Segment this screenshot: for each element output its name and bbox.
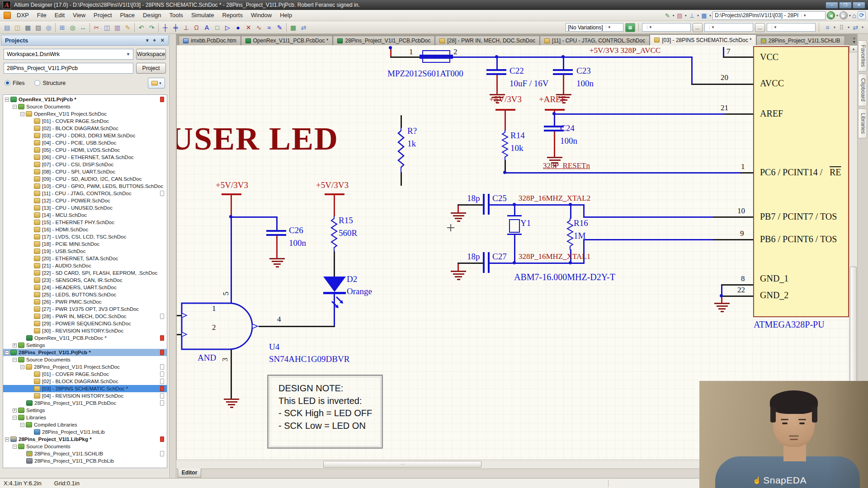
place-wire-icon[interactable]: ┼ xyxy=(160,23,170,33)
menu-place[interactable]: Place xyxy=(116,10,139,21)
ferrite-bead-body[interactable] xyxy=(422,50,450,63)
menu-help[interactable]: Help xyxy=(276,10,296,21)
menu-design[interactable]: Design xyxy=(139,10,165,21)
tree-item[interactable]: [23] - SENSORS, CAN, IR.SchDoc xyxy=(3,277,167,284)
browse-button-2[interactable]: ... xyxy=(755,23,765,32)
power-port-icon[interactable]: ⊥ xyxy=(181,23,191,33)
cycle-grid-icon[interactable]: ▦ xyxy=(288,23,298,33)
scope-combo-1[interactable]: ▼ xyxy=(642,23,691,32)
menu-project[interactable]: Project xyxy=(90,10,116,21)
workspace-button[interactable]: Workspace xyxy=(136,49,166,60)
tree-item[interactable]: −OpenRex_V1I1 Project.SchDoc xyxy=(3,110,167,117)
tree-item[interactable]: [04] - REVISION HISTORY.SchDoc xyxy=(3,392,167,399)
side-tab-favorites[interactable]: Favorites xyxy=(858,40,867,71)
menu-dxp[interactable]: DXP xyxy=(13,10,33,21)
collapse-icon[interactable]: − xyxy=(13,105,17,109)
tree-item[interactable]: [02] - BLOCK DIAGRAM.SchDoc xyxy=(3,378,167,385)
drawing-tools-icon[interactable]: ✎ xyxy=(274,23,285,33)
collapse-icon[interactable]: − xyxy=(20,112,24,116)
capacitor-symbol[interactable] xyxy=(483,252,490,273)
pin-icon[interactable]: ⌖ xyxy=(153,38,156,43)
redo-icon[interactable]: ↷ xyxy=(146,23,157,33)
tree-item[interactable]: [27] - PWR 1V375 OPT, 3V3 OPT.SchDoc xyxy=(3,305,167,313)
chevron-down-icon[interactable]: ▾ xyxy=(685,14,687,18)
editor-mode-tab[interactable]: Editor xyxy=(178,469,201,478)
doc-tab[interactable]: 28Pins_Project_V1I1.SCHLIB xyxy=(756,36,845,45)
horizontal-scrollbar-thumb[interactable]: ⋯ xyxy=(323,461,481,468)
tree-item[interactable]: −Compiled Libraries xyxy=(3,421,167,428)
align-icon[interactable]: ≡ xyxy=(822,23,833,33)
tree-item[interactable]: [16] - HDMI.SchDoc xyxy=(3,226,167,233)
sketch-mode-icon[interactable]: ✎ xyxy=(663,12,672,19)
tree-item[interactable]: +Settings xyxy=(3,342,167,349)
doc-tab[interactable]: [11] - CPU - JTAG, CONTROL.SchDoc xyxy=(540,36,650,45)
capacitor-symbol[interactable] xyxy=(266,230,286,238)
net-label-icon[interactable]: A xyxy=(202,23,212,33)
pcb-variant-icon[interactable]: ▦ xyxy=(625,23,635,32)
tree-item[interactable]: [13] - CPU - UNUSED.SchDoc xyxy=(3,204,167,211)
tree-item[interactable]: [03] - CPU - DDR3, DDR3 MEM.SchDoc xyxy=(3,132,167,139)
sheet-symbol-icon[interactable]: □ xyxy=(212,23,222,33)
undo-icon[interactable]: ↶ xyxy=(136,23,146,33)
tree-item[interactable]: [11] - CPU - JTAG, CONTROL.SchDoc xyxy=(3,190,167,197)
place-port-icon[interactable]: ▷ xyxy=(222,23,233,33)
tree-item[interactable]: −OpenRex_V1I1.PrjPcb * xyxy=(3,96,167,103)
place-part-icon[interactable]: Ω xyxy=(191,23,202,33)
expand-icon[interactable]: + xyxy=(13,343,17,347)
capacitor-symbol[interactable] xyxy=(486,69,506,77)
minimize-button[interactable]: – xyxy=(826,2,838,9)
tree-item[interactable]: 28Pins_Project_V1I1_PCB.PcbLib xyxy=(3,457,167,465)
menu-view[interactable]: View xyxy=(69,10,90,21)
refresh-icon[interactable]: ⟳ xyxy=(858,11,866,19)
tree-item[interactable]: [08] - CPU - SPI, UART.SchDoc xyxy=(3,168,167,175)
rubber-stamp-icon[interactable]: ✎ xyxy=(123,23,133,33)
structure-radio[interactable]: Structure xyxy=(34,80,75,86)
cross-probe-icon[interactable]: ⇄ xyxy=(298,23,309,33)
auto-wire-icon[interactable]: ≈ xyxy=(264,23,274,33)
tree-item[interactable]: [07] - CPU - CSI, DISP.SchDoc xyxy=(3,161,167,168)
tree-item[interactable]: −28Pins_Project_V1I1.LibPkg * xyxy=(3,436,167,443)
save-icon[interactable]: ▦ xyxy=(23,23,33,33)
doc-tab[interactable]: 28Pins_Project_V1I1_PCB.PcbDoc xyxy=(333,36,435,45)
side-tab-clipboard[interactable]: Clipboard xyxy=(858,74,867,106)
expand-icon[interactable]: + xyxy=(13,408,17,413)
chevron-down-icon[interactable]: ▾ xyxy=(834,25,835,29)
tree-item[interactable]: [28] - PWR IN, MECH, DOC.SchDoc xyxy=(3,313,167,320)
collapse-icon[interactable]: − xyxy=(5,98,9,102)
panel-menu-icon[interactable]: ▾ xyxy=(146,38,149,43)
tree-item[interactable]: 28Pins_Project_V1I1_PCB.PcbDoc xyxy=(3,399,167,407)
capacitor-symbol[interactable] xyxy=(483,194,490,215)
doc-tab[interactable]: [03] - 28PINS SCHEMATIC.SchDoc * xyxy=(650,34,756,45)
menu-reports[interactable]: Reports xyxy=(218,10,247,21)
print-preview-icon[interactable]: ◎ xyxy=(43,23,54,33)
scope-combo-2[interactable]: ▼ xyxy=(704,23,753,32)
tree-item[interactable]: [24] - HEADERS, UART.SchDoc xyxy=(3,284,167,291)
copy-icon[interactable]: ◫ xyxy=(102,23,112,33)
chevron-down-icon[interactable]: ▾ xyxy=(862,25,863,29)
menu-file[interactable]: File xyxy=(33,10,51,21)
tree-item[interactable]: [25] - LEDS, BUTTONS.SchDoc xyxy=(3,291,167,298)
tree-item[interactable]: [19] - USB.SchDoc xyxy=(3,248,167,255)
tree-item[interactable]: [21] - AUDIO.SchDoc xyxy=(3,262,167,269)
resistor-r15-symbol[interactable] xyxy=(330,216,338,252)
tree-item[interactable]: −28Pins_Project_V1I1.PrjPcb * xyxy=(3,349,167,356)
scroll-up-icon[interactable]: ▲ xyxy=(849,45,858,52)
zoom-window-icon[interactable]: ⊞ xyxy=(57,23,67,33)
tree-item[interactable]: 28Pins_Project_V1I1.SCHLIB xyxy=(3,450,167,457)
back-button[interactable]: ◀ xyxy=(827,11,835,19)
tree-item[interactable]: [10] - CPU - GPIO, PWM, LEDS, BUTTONS.Sc… xyxy=(3,183,167,190)
led-d2-symbol[interactable] xyxy=(321,276,348,314)
open-icon[interactable]: ◫ xyxy=(12,23,23,33)
signal-icon[interactable]: ∿ xyxy=(254,23,264,33)
scope-combo-3[interactable]: ▼ xyxy=(767,23,816,32)
collapse-icon[interactable]: − xyxy=(13,416,17,420)
ground-icon[interactable]: ⊥ xyxy=(688,12,696,19)
open-project-dropdown-button[interactable]: ▾ xyxy=(148,78,165,89)
back-dropdown-icon[interactable]: ▾ xyxy=(836,14,838,18)
tab-overflow-button[interactable]: »▾ xyxy=(853,37,855,44)
paste-icon[interactable]: ▥ xyxy=(112,23,123,33)
new-document-icon[interactable]: ▤ xyxy=(2,23,12,33)
tree-item[interactable]: [01] - COVER PAGE.SchDoc xyxy=(3,117,167,125)
maximize-button[interactable]: ❐ xyxy=(839,2,852,9)
capacitor-symbol[interactable] xyxy=(553,69,573,77)
